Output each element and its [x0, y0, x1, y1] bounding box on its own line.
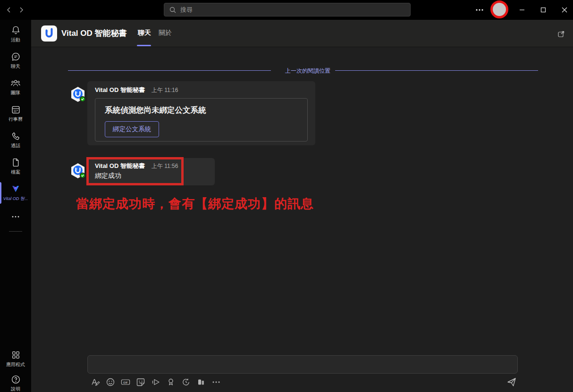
- sidebar-item-label: 行事曆: [8, 116, 23, 123]
- chat-bubble-icon: [11, 52, 21, 62]
- active-tab-indicator: [137, 45, 151, 46]
- message-timestamp: 上午 11:56: [152, 162, 178, 170]
- sidebar-item-label: Vital OD 智...: [3, 196, 28, 202]
- open-in-window-icon[interactable]: [557, 30, 565, 38]
- people-icon: [10, 78, 21, 88]
- tab-chat[interactable]: 聊天: [138, 29, 151, 37]
- teams-window: 活動 聊天 團隊 行事曆 通話: [0, 0, 573, 392]
- sidebar-item-label: 聊天: [11, 63, 20, 70]
- app-logo-icon: [41, 25, 58, 42]
- message-sender: Vital OD 智能秘書: [95, 162, 145, 170]
- unread-divider-label: 上一次的閱讀位置: [280, 67, 335, 75]
- more-options-icon[interactable]: [211, 377, 221, 387]
- gif-icon[interactable]: GIF: [121, 377, 130, 387]
- gif-label: GIF: [123, 381, 128, 384]
- send-later-icon[interactable]: [151, 377, 160, 387]
- unread-divider-line: [68, 70, 271, 71]
- sidebar-item-help[interactable]: 說明: [0, 375, 31, 392]
- page-title: Vital OD 智能秘書: [61, 28, 127, 39]
- sidebar-item-label: 通話: [11, 142, 20, 149]
- card-title: 系統偵測您尚未綁定公文系統: [105, 105, 298, 116]
- sidebar-item-label: 團隊: [11, 90, 20, 96]
- sidebar-item-vital-od[interactable]: Vital OD 智...: [0, 184, 31, 202]
- app-rail: 活動 聊天 團隊 行事曆 通話: [0, 20, 31, 392]
- search-bar[interactable]: [164, 3, 411, 17]
- apps-grid-icon: [11, 350, 21, 360]
- bot-avatar[interactable]: [70, 86, 86, 102]
- file-icon: [11, 158, 21, 167]
- format-icon[interactable]: [91, 377, 100, 387]
- back-icon[interactable]: [4, 5, 14, 15]
- schedule-icon[interactable]: [181, 377, 191, 387]
- app-header: Vital OD 智能秘書 聊天 關於: [31, 20, 573, 47]
- praise-icon[interactable]: [166, 377, 176, 387]
- sidebar-item-more-apps[interactable]: [0, 216, 31, 218]
- search-icon: [169, 6, 177, 14]
- sidebar-item-activity[interactable]: 活動: [0, 25, 31, 43]
- sidebar-item-label: 檔案: [11, 169, 20, 175]
- message-text: 綁定成功: [95, 172, 207, 180]
- message-bubble: Vital OD 智能秘書 上午 11:16 系統偵測您尚未綁定公文系統 綁定公…: [87, 81, 315, 145]
- active-indicator: [0, 182, 1, 204]
- help-icon: [11, 375, 21, 384]
- sidebar-item-apps[interactable]: 應用程式: [0, 350, 31, 368]
- forward-icon[interactable]: [16, 5, 26, 15]
- message-input[interactable]: [87, 355, 518, 374]
- sidebar-item-calendar[interactable]: 行事曆: [0, 105, 31, 123]
- bind-document-system-button[interactable]: 綁定公文系統: [105, 121, 159, 137]
- sidebar-item-teams[interactable]: 團隊: [0, 78, 31, 96]
- sidebar-item-chat[interactable]: 聊天: [0, 52, 31, 70]
- message-sender: Vital OD 智能秘書: [95, 86, 145, 94]
- avatar[interactable]: [490, 0, 508, 18]
- more-dots-icon: [12, 216, 19, 218]
- sidebar-item-files[interactable]: 檔案: [0, 158, 31, 175]
- sidebar-item-label: 說明: [11, 386, 20, 392]
- emoji-icon[interactable]: [106, 377, 115, 387]
- bot-avatar[interactable]: [70, 163, 86, 179]
- send-icon[interactable]: [506, 376, 517, 388]
- calendar-icon: [11, 105, 21, 115]
- rail-divider: [9, 231, 22, 232]
- maximize-button[interactable]: [537, 4, 550, 16]
- close-button[interactable]: [558, 4, 571, 16]
- sticker-icon[interactable]: [136, 377, 145, 387]
- tab-about[interactable]: 關於: [159, 29, 172, 37]
- message-bubble: Vital OD 智能秘書 上午 11:56 綁定成功: [87, 158, 215, 185]
- settings-more-icon[interactable]: [474, 5, 485, 15]
- sidebar-item-label: 活動: [11, 37, 20, 43]
- minimize-button[interactable]: [515, 4, 529, 16]
- annotation-text: 當綁定成功時，會有【綁定成功】的訊息: [76, 195, 314, 212]
- adaptive-card: 系統偵測您尚未綁定公文系統 綁定公文系統: [95, 98, 308, 142]
- unread-divider-line: [335, 70, 538, 71]
- apps-attach-icon[interactable]: [196, 377, 206, 387]
- sidebar-item-label: 應用程式: [6, 361, 25, 368]
- message-timestamp: 上午 11:16: [152, 86, 178, 94]
- sidebar-item-calls[interactable]: 通話: [0, 131, 31, 149]
- title-bar: [0, 0, 573, 20]
- vital-od-logo-icon: [10, 184, 21, 194]
- compose-toolbar: GIF: [91, 377, 221, 387]
- search-input[interactable]: [180, 6, 405, 13]
- chat-pane: Vital OD 智能秘書 聊天 關於 上一次的閱讀位置 Vital OD 智能…: [31, 20, 573, 392]
- phone-icon: [11, 131, 21, 141]
- bell-icon: [11, 25, 21, 35]
